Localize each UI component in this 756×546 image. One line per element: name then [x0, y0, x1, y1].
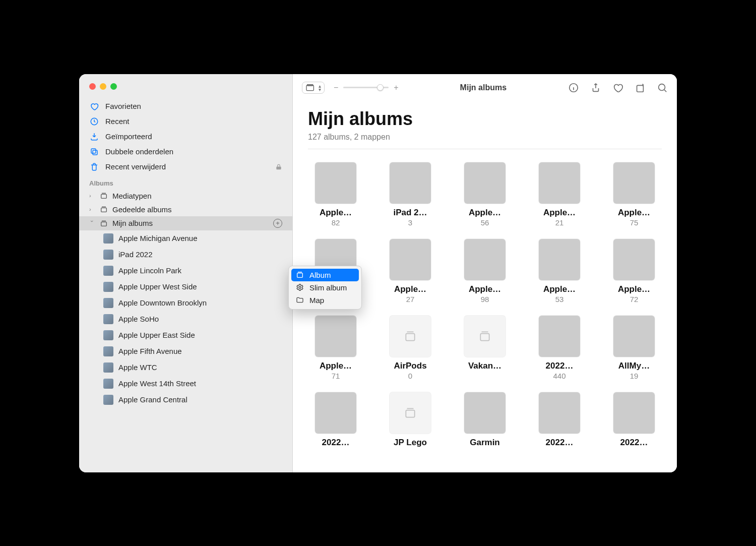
svg-rect-1 — [93, 150, 97, 155]
album-card[interactable]: AllMy…19 — [606, 316, 662, 380]
sidebar-album-item[interactable]: Apple WTC — [98, 359, 287, 376]
popup-item-label: Map — [309, 296, 324, 305]
zoom-in-button[interactable]: + — [394, 83, 398, 92]
album-card[interactable]: Apple…56 — [457, 162, 513, 227]
share-button[interactable] — [590, 82, 601, 93]
sidebar-album-item[interactable]: Apple Fifth Avenue — [98, 343, 287, 359]
zoom-slider[interactable] — [343, 87, 389, 88]
album-count: 19 — [630, 372, 639, 380]
view-mode-switcher[interactable]: ▴▾ — [302, 82, 325, 94]
zoom-control: − + — [334, 83, 399, 92]
favorite-button[interactable] — [612, 82, 623, 93]
album-name: Apple… — [469, 208, 501, 218]
album-card[interactable]: Garmin — [457, 392, 513, 448]
zoom-slider-knob[interactable] — [377, 84, 384, 91]
search-button[interactable] — [657, 82, 668, 93]
sidebar-album-label: Apple WTC — [118, 363, 157, 372]
clock-icon — [89, 117, 99, 126]
sidebar-album-item[interactable]: Apple Grand Central — [98, 392, 287, 408]
popup-item-folder[interactable]: Map — [291, 294, 359, 307]
tree-item-shared-albums[interactable]: › Gedeelde albums — [84, 203, 287, 216]
album-thumbnail — [613, 162, 655, 204]
add-album-button[interactable]: + — [273, 219, 282, 228]
album-name: Apple… — [543, 284, 576, 294]
album-thumbnail — [390, 239, 431, 280]
album-card[interactable]: Apple…21 — [532, 162, 587, 227]
sidebar-item-imported[interactable]: Geïmporteerd — [84, 129, 287, 144]
album-card[interactable]: AirPods0 — [383, 316, 438, 380]
toolbar: ▴▾ − + Mijn albums — [293, 74, 677, 101]
chevron-down-icon[interactable]: › — [89, 220, 95, 226]
close-window-button[interactable] — [89, 83, 96, 90]
popup-item-label: Slim album — [309, 283, 347, 292]
tree-item-my-albums[interactable]: › Mijn albums + — [79, 216, 292, 230]
tree-item-mediatypes[interactable]: › Mediatypen — [84, 189, 287, 203]
popup-item-album[interactable]: Album — [291, 269, 359, 281]
sidebar-item-recent[interactable]: Recent — [84, 114, 287, 129]
album-thumbnail — [613, 316, 655, 357]
tree-item-label: Gedeelde albums — [112, 205, 172, 214]
album-card[interactable]: 2022… — [606, 392, 662, 448]
album-card[interactable]: Apple…82 — [308, 162, 363, 227]
album-card[interactable]: JP Lego — [383, 392, 438, 448]
rotate-button[interactable] — [635, 82, 646, 93]
popup-item-smart-album[interactable]: Slim album — [291, 281, 359, 294]
info-button[interactable] — [568, 82, 579, 93]
svg-rect-13 — [406, 410, 414, 417]
svg-rect-14 — [297, 273, 303, 278]
album-card[interactable]: iPad 2…3 — [383, 162, 438, 227]
album-thumbnail — [539, 162, 580, 204]
sidebar-album-item[interactable]: iPad 2022 — [98, 247, 287, 263]
album-card[interactable]: Apple…27 — [383, 239, 438, 304]
album-card[interactable]: Apple…72 — [606, 239, 662, 304]
sidebar-album-item[interactable]: Apple SoHo — [98, 311, 287, 327]
album-card[interactable]: Apple…53 — [532, 239, 587, 304]
sidebar-album-label: Apple Upper West Side — [118, 282, 197, 291]
album-card[interactable]: Vakan… — [457, 316, 513, 380]
sidebar-item-favorites[interactable]: Favorieten — [84, 99, 287, 114]
album-count: 72 — [630, 295, 639, 304]
svg-rect-2 — [91, 149, 96, 153]
sidebar-top-section: Favorieten Recent Geïmporteerd Dubbele o… — [79, 99, 292, 174]
album-card[interactable]: Apple…75 — [606, 162, 662, 227]
chevron-updown-icon: ▴▾ — [319, 84, 321, 91]
chevron-right-icon[interactable]: › — [89, 193, 95, 199]
minimize-window-button[interactable] — [100, 83, 106, 90]
shared-stack-icon — [99, 205, 108, 213]
sidebar: Favorieten Recent Geïmporteerd Dubbele o… — [79, 74, 293, 472]
zoom-out-button[interactable]: − — [334, 83, 338, 92]
album-thumbnail — [315, 162, 356, 204]
sidebar-album-label: Apple Fifth Avenue — [118, 347, 182, 355]
stack-icon — [99, 219, 108, 227]
sidebar-album-item[interactable]: Apple Michigan Avenue — [98, 230, 287, 247]
sidebar-album-item[interactable]: Apple West 14th Street — [98, 376, 287, 392]
album-name: JP Lego — [394, 438, 427, 448]
album-count: 75 — [630, 218, 639, 227]
sidebar-album-item[interactable]: Apple Upper West Side — [98, 279, 287, 295]
chevron-right-icon[interactable]: › — [89, 206, 95, 212]
svg-point-15 — [299, 286, 301, 288]
sidebar-album-item[interactable]: Apple Lincoln Park — [98, 263, 287, 279]
page-title: Mijn albums — [308, 108, 662, 130]
lock-icon — [275, 163, 282, 170]
sidebar-album-item[interactable]: Apple Upper East Side — [98, 327, 287, 343]
heart-icon — [89, 102, 99, 111]
window-controls — [79, 74, 292, 99]
album-card[interactable]: 2022… — [532, 392, 587, 448]
album-card[interactable]: Apple…98 — [457, 239, 513, 304]
sidebar-item-duplicates[interactable]: Dubbele onderdelen — [84, 144, 287, 159]
album-count: 98 — [481, 295, 489, 304]
album-thumbnail-icon — [103, 346, 113, 356]
svg-rect-12 — [480, 333, 489, 340]
album-count: 56 — [481, 218, 489, 227]
album-count: 3 — [408, 218, 412, 227]
album-count: 21 — [555, 218, 564, 227]
sidebar-album-item[interactable]: Apple Downtown Brooklyn — [98, 295, 287, 311]
album-card[interactable]: Apple…71 — [308, 316, 363, 380]
maximize-window-button[interactable] — [110, 83, 117, 90]
album-name: 2022… — [546, 361, 574, 371]
sidebar-item-recently-deleted[interactable]: Recent verwijderd — [84, 159, 287, 174]
album-icon — [295, 271, 304, 279]
album-card[interactable]: 2022… — [308, 392, 363, 448]
album-card[interactable]: 2022…440 — [532, 316, 587, 380]
